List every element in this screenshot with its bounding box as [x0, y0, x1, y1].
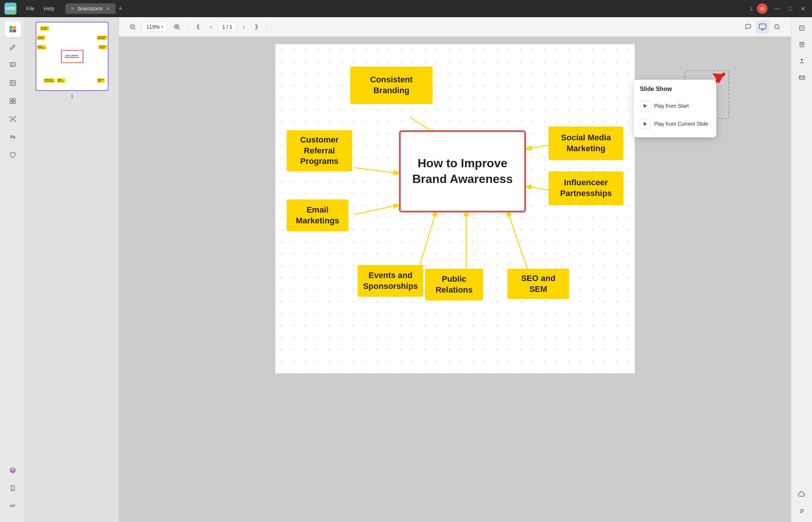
protect-icon	[9, 151, 16, 159]
tabs-area: ✎ brainstorm ✕ +	[65, 3, 750, 14]
search-button[interactable]	[771, 21, 784, 33]
play-from-current-item[interactable]: Play from Current Slide	[634, 115, 716, 133]
center-box: How to ImproveBrand Awareness	[399, 130, 526, 213]
page-first-button[interactable]: ⟪	[193, 21, 204, 33]
page-prev-button[interactable]: ‹	[205, 21, 217, 33]
sidebar-tool-organize[interactable]	[4, 93, 21, 109]
svg-rect-3	[13, 30, 16, 32]
tag-consistent-branding-text: ConsistentBranding	[370, 74, 413, 96]
tab-title: brainstorm	[78, 6, 103, 12]
sidebar-tool-comment[interactable]	[4, 57, 21, 73]
svg-line-33	[354, 168, 399, 173]
comment-toolbar-icon	[744, 23, 752, 31]
ocr-icon	[9, 115, 16, 123]
right-cloud-icon	[798, 491, 806, 499]
layers-icon	[9, 467, 16, 474]
thumbnail-page-number: 1	[71, 93, 73, 99]
zoom-out-button[interactable]	[126, 21, 139, 33]
maximize-button[interactable]: □	[786, 4, 794, 13]
page-next-button[interactable]: ›	[238, 21, 249, 33]
sidebar-tool-home[interactable]	[4, 21, 21, 37]
right-mail-icon	[799, 74, 805, 81]
tag-email-marketing: EmailMarketings	[287, 199, 348, 231]
page-nav: ⟪ ‹ 1 / 1 › ⟫	[193, 21, 262, 33]
main-layout: How to ImproveBrand Awareness Consistent…	[0, 17, 812, 522]
slide-canvas-wrapper[interactable]: Slide Show Play from Start	[119, 37, 791, 522]
zoom-in-button[interactable]	[171, 21, 183, 33]
right-extract-icon	[799, 41, 805, 48]
comment-icon	[9, 61, 16, 69]
minimize-button[interactable]: —	[772, 4, 782, 13]
version-badge: 1	[750, 6, 753, 12]
right-tool-ocr[interactable]	[795, 21, 809, 35]
sidebar-tool-protect[interactable]	[4, 147, 21, 163]
sidebar-tool-bookmarks[interactable]	[4, 480, 21, 497]
tag-seo-sem-text: SEO and SEM	[513, 273, 563, 294]
zoom-display[interactable]: 119% ▾	[142, 22, 168, 32]
svg-line-37	[418, 211, 436, 272]
sidebar-tool-annotate[interactable]	[4, 39, 21, 55]
slideshow-icon	[758, 23, 767, 31]
bookmark-icon	[9, 485, 16, 492]
play-from-start-item[interactable]: Play from Start	[634, 97, 716, 115]
right-tool-upload[interactable]	[795, 54, 809, 68]
svg-line-34	[526, 145, 549, 149]
svg-line-36	[354, 205, 399, 214]
sidebar-tool-convert[interactable]	[4, 129, 21, 145]
tag-public-relations-text: PublicRelations	[436, 274, 473, 295]
comment-toolbar-button[interactable]	[742, 21, 754, 33]
right-tool-extract[interactable]	[795, 37, 809, 52]
annotate-icon	[9, 43, 16, 51]
app-logo-text: UPDF	[4, 3, 16, 15]
convert-icon	[9, 133, 16, 141]
app-logo: UPDF	[4, 3, 16, 15]
sidebar-tool-layers[interactable]	[4, 462, 21, 479]
right-tool-cloud[interactable]	[795, 488, 809, 502]
tab-brainstorm[interactable]: ✎ brainstorm ✕	[65, 3, 115, 14]
play-from-current-icon	[640, 119, 650, 129]
menu-file[interactable]: File	[22, 4, 39, 13]
form-icon	[9, 79, 16, 87]
toolbar-separator-2	[266, 22, 267, 31]
tag-customer-referral: CustomerReferralPrograms	[287, 130, 352, 171]
slideshow-dropdown: Slide Show Play from Start	[634, 80, 716, 137]
thumbnail-panel: How to ImproveBrand Awareness Consistent…	[25, 17, 119, 522]
sidebar-tool-ocr[interactable]	[4, 111, 21, 127]
svg-rect-24	[759, 24, 766, 29]
title-bar: UPDF File Help ✎ brainstorm ✕ + 1 R — □ …	[0, 0, 812, 17]
add-tab-button[interactable]: +	[116, 3, 126, 14]
svg-rect-41	[800, 26, 804, 30]
svg-marker-30	[644, 122, 647, 126]
menu-help[interactable]: Help	[40, 4, 58, 13]
sidebar-tool-form[interactable]	[4, 75, 21, 91]
slideshow-button[interactable]	[756, 20, 769, 34]
tag-events-sponsorships-text: Events andSponsorships	[363, 270, 418, 291]
right-tool-snippet[interactable]	[795, 504, 809, 518]
svg-rect-1	[13, 26, 16, 29]
left-sidebar	[0, 17, 25, 522]
organize-icon	[9, 97, 16, 105]
svg-rect-14	[13, 101, 15, 104]
play-from-start-label: Play from Start	[654, 103, 689, 109]
zoom-value: 119%	[146, 24, 160, 30]
page-thumbnail[interactable]: How to ImproveBrand Awareness Consistent…	[36, 22, 109, 91]
page-last-button[interactable]: ⟫	[251, 21, 262, 33]
center-box-text: How to ImproveBrand Awareness	[412, 156, 513, 187]
sidebar-tool-clip[interactable]	[4, 498, 21, 515]
right-tool-mail[interactable]	[795, 70, 809, 85]
tag-seo-sem: SEO and SEM	[507, 269, 569, 299]
tag-influencer: InfluenceerPartnesships	[549, 171, 623, 205]
tab-edit-icon: ✎	[71, 6, 75, 12]
slideshow-dropdown-title: Slide Show	[634, 84, 716, 97]
tab-close-button[interactable]: ✕	[106, 6, 110, 11]
tag-consistent-branding: ConsistentBranding	[350, 67, 433, 104]
tag-public-relations: PublicRelations	[425, 269, 483, 300]
page-indicator: 1 / 1	[218, 22, 236, 32]
tag-events-sponsorships: Events andSponsorships	[358, 265, 423, 297]
svg-marker-29	[644, 104, 647, 108]
zoom-chevron-icon: ▾	[161, 24, 164, 29]
svg-line-35	[526, 186, 549, 190]
thumbnail-wrapper: How to ImproveBrand Awareness Consistent…	[36, 22, 109, 99]
close-button[interactable]: ✕	[798, 4, 808, 13]
tag-social-media-text: Social MediaMarketing	[561, 132, 611, 154]
